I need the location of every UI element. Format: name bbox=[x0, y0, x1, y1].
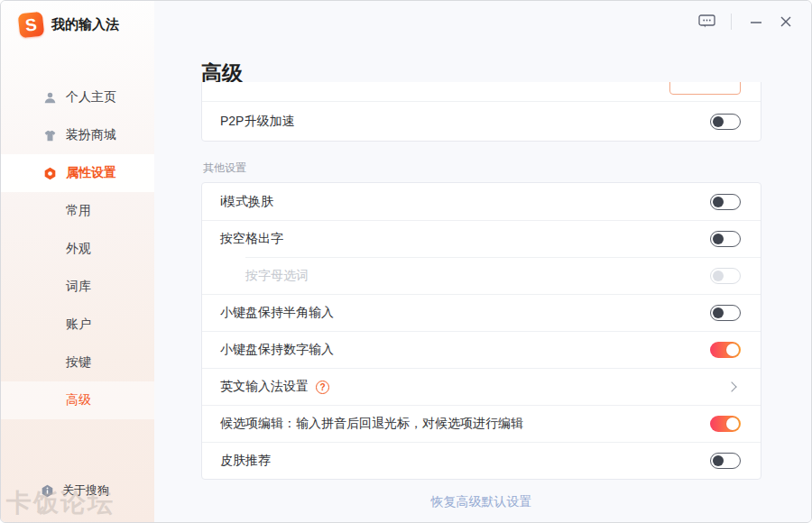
titlebar-divider bbox=[731, 14, 732, 30]
toggle-knob bbox=[726, 344, 739, 356]
sidebar-item-settings[interactable]: 属性设置 bbox=[1, 154, 154, 192]
setting-row: 按字母选词 bbox=[202, 257, 761, 294]
sidebar-item-skin-store[interactable]: 装扮商城 bbox=[1, 116, 154, 154]
hexagon-gear-icon bbox=[42, 166, 57, 180]
sidebar-item-label: 装扮商城 bbox=[66, 127, 116, 143]
help-circle-icon[interactable]: ? bbox=[316, 381, 329, 394]
sidebar-subitem-label: 高级 bbox=[66, 392, 91, 408]
app-window: S 我的输入法 个人主页 装扮商城 属性设置 常 bbox=[0, 0, 812, 523]
app-brand: S 我的输入法 bbox=[19, 13, 119, 37]
setting-label: i模式换肤 bbox=[220, 194, 273, 210]
sidebar-subitem-account[interactable]: 账户 bbox=[1, 306, 154, 344]
restore-defaults-link[interactable]: 恢复高级默认设置 bbox=[201, 494, 761, 510]
sidebar-subitem-label: 词库 bbox=[66, 279, 91, 295]
setting-label: P2P升级加速 bbox=[220, 114, 294, 130]
app-title: 我的输入法 bbox=[51, 16, 119, 33]
feedback-bubble-icon[interactable] bbox=[697, 13, 715, 31]
setting-row bbox=[202, 82, 761, 101]
setting-row: i模式换肤 bbox=[202, 183, 761, 220]
toggle-disabled bbox=[710, 268, 741, 284]
about-sogou[interactable]: 关于搜狗 bbox=[41, 482, 109, 499]
toggle-knob bbox=[713, 116, 724, 127]
toggle-off[interactable] bbox=[710, 305, 741, 321]
tshirt-icon bbox=[42, 128, 57, 142]
sidebar: S 我的输入法 个人主页 装扮商城 属性设置 常 bbox=[1, 1, 154, 522]
toggle-on[interactable] bbox=[710, 416, 741, 432]
partially-scrolled-button[interactable] bbox=[669, 82, 741, 95]
toggle-knob bbox=[713, 234, 724, 244]
person-icon bbox=[42, 90, 57, 105]
setting-label: 候选项编辑：输入拼音后回退光标，对候选项进行编辑 bbox=[220, 416, 523, 432]
toggle-knob bbox=[713, 455, 724, 466]
sidebar-subitem-advanced[interactable]: 高级 bbox=[1, 381, 154, 419]
toggle-off[interactable] bbox=[710, 194, 741, 210]
setting-row: 小键盘保持半角输入 bbox=[202, 294, 761, 331]
setting-row: 候选项编辑：输入拼音后回退光标，对候选项进行编辑 bbox=[202, 405, 761, 442]
setting-label: 皮肤推荐 bbox=[220, 453, 271, 469]
sidebar-subitem-label: 外观 bbox=[66, 241, 91, 257]
setting-row: 英文输入法设置? bbox=[202, 368, 761, 405]
sidebar-subitem-dictionary[interactable]: 词库 bbox=[1, 268, 154, 306]
toggle-off[interactable] bbox=[710, 114, 741, 130]
setting-label: 小键盘保持数字输入 bbox=[220, 342, 334, 358]
sidebar-item-profile[interactable]: 个人主页 bbox=[1, 78, 154, 116]
sidebar-subitem-label: 常用 bbox=[66, 203, 91, 219]
sogou-logo-icon: S bbox=[18, 12, 45, 39]
sidebar-subitem-label: 账户 bbox=[66, 317, 91, 333]
sidebar-nav: 个人主页 装扮商城 属性设置 常用 外观 词库 账户 按键 高级 bbox=[1, 78, 154, 419]
toggle-off[interactable] bbox=[710, 231, 741, 247]
sidebar-subitem-keys[interactable]: 按键 bbox=[1, 344, 154, 381]
chevron-right-icon[interactable] bbox=[726, 381, 736, 391]
toggle-off[interactable] bbox=[710, 453, 741, 469]
setting-label: 按字母选词 bbox=[220, 268, 309, 284]
sidebar-subitem-common[interactable]: 常用 bbox=[1, 192, 154, 230]
about-label: 关于搜狗 bbox=[62, 482, 109, 499]
sidebar-item-label: 属性设置 bbox=[66, 165, 116, 181]
toggle-on[interactable] bbox=[710, 342, 741, 358]
toggle-knob bbox=[713, 271, 724, 281]
main-panel: 高级 P2P升级加速 其他设置 i模式换肤按空格出字按字母选词小键盘保持半角输入… bbox=[154, 1, 811, 522]
sidebar-item-label: 个人主页 bbox=[66, 89, 116, 106]
setting-label: 英文输入法设置 bbox=[220, 379, 309, 395]
settings-card-update: P2P升级加速 bbox=[201, 82, 761, 142]
setting-row: 按空格出字 bbox=[202, 220, 761, 257]
toggle-knob bbox=[713, 307, 724, 318]
setting-row: P2P升级加速 bbox=[202, 101, 761, 141]
close-icon[interactable] bbox=[777, 13, 795, 31]
setting-label: 小键盘保持半角输入 bbox=[220, 305, 334, 321]
info-hexagon-icon bbox=[41, 484, 54, 498]
titlebar-controls bbox=[697, 13, 795, 31]
toggle-knob bbox=[726, 417, 739, 430]
minimize-icon[interactable] bbox=[747, 13, 765, 31]
toggle-knob bbox=[713, 197, 724, 207]
settings-scroll-area: P2P升级加速 其他设置 i模式换肤按空格出字按字母选词小键盘保持半角输入小键盘… bbox=[154, 82, 811, 522]
setting-label: 按空格出字 bbox=[220, 231, 283, 247]
sidebar-subitem-appearance[interactable]: 外观 bbox=[1, 230, 154, 268]
settings-card-other: i模式换肤按空格出字按字母选词小键盘保持半角输入小键盘保持数字输入英文输入法设置… bbox=[201, 182, 761, 480]
section-label: 其他设置 bbox=[203, 161, 761, 176]
setting-row: 小键盘保持数字输入 bbox=[202, 331, 761, 368]
sidebar-subitem-label: 按键 bbox=[66, 354, 91, 371]
setting-row: 皮肤推荐 bbox=[202, 442, 761, 479]
